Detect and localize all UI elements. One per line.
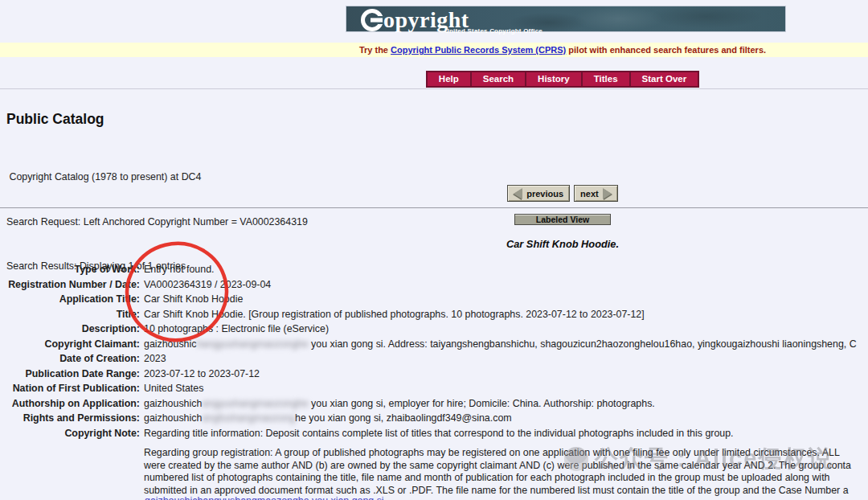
record-row: Date of Creation:2023 <box>0 351 857 367</box>
record-row: Registration Number / Date:VA0002364319 … <box>0 277 857 293</box>
nav-button-history[interactable]: History <box>526 72 581 86</box>
note-line: Regarding group registration: A group of… <box>144 447 851 460</box>
previous-arrow-icon <box>514 188 522 199</box>
nav-button-search[interactable]: Search <box>472 72 525 86</box>
next-label: next <box>580 189 599 199</box>
record-row: Copyright Note:Regarding title informati… <box>0 426 857 441</box>
record-row: Rights and Permissions:gaizhoushichangfu… <box>0 411 857 426</box>
record-title: Car Shift Knob Hoodie. <box>0 238 868 250</box>
field-value: Car Shift Knob Hoodie. [Group registrati… <box>144 307 645 322</box>
redacted-text: angyushangmaozonghe <box>202 398 308 409</box>
field-value: 2023 <box>144 351 166 367</box>
record-row: Nation of First Publication:United State… <box>0 381 857 396</box>
nav-bar: HelpSearchHistoryTitlesStart Over <box>426 71 699 88</box>
field-label: Title: <box>0 307 140 322</box>
field-value: Regarding title information: Deposit con… <box>144 426 734 441</box>
field-value: Entry not found. <box>144 262 214 277</box>
copyright-office-banner: opyright United States Copyright Office <box>346 6 786 32</box>
next-arrow-icon <box>603 188 612 199</box>
previous-label: previous <box>526 189 563 199</box>
field-label: Copyright Note: <box>0 426 140 441</box>
record-row: Title:Car Shift Knob Hoodie. [Group regi… <box>0 307 857 322</box>
field-value: gaizhoushichangfushangmaozonghe you xian… <box>144 411 512 426</box>
nav-button-start-over[interactable]: Start Over <box>631 72 698 86</box>
pager: previous next <box>0 185 868 202</box>
redacted-text: hangyushangmaozonghe <box>196 338 308 350</box>
next-button[interactable]: next <box>574 185 618 202</box>
labeled-view-row: Labeled View <box>0 214 868 225</box>
nav-button-help[interactable]: Help <box>428 72 470 86</box>
field-label: Publication Date Range: <box>0 367 140 382</box>
divider-record <box>0 207 868 208</box>
partial-name-link[interactable]: gaizhoushichangyushangmaozonghe you xian… <box>145 495 384 500</box>
record-row: Copyright Claimant:gaizhoushichangyushan… <box>0 337 857 352</box>
page-title: Public Catalog <box>6 111 104 128</box>
banner-subtitle: United States Copyright Office <box>444 27 542 35</box>
field-label: Copyright Claimant: <box>0 337 140 352</box>
notice-prefix: Try the <box>359 45 391 55</box>
field-value: VA0002364319 / 2023-09-04 <box>144 277 271 293</box>
field-label: Authorship on Application: <box>0 396 140 412</box>
field-value: gaizhoushichangyushangmaozonghe you xian… <box>144 396 655 412</box>
cprs-notice-bar: Try the Copyright Public Records System … <box>0 43 868 57</box>
field-label: Description: <box>0 322 140 337</box>
page: opyright United States Copyright Office … <box>0 0 868 500</box>
field-value: 10 photographs : Electronic file (eServi… <box>144 322 329 337</box>
record-row: Description:10 photographs : Electronic … <box>0 322 857 337</box>
redacted-text: angfushangmaozong <box>202 412 295 424</box>
field-value: Car Shift Knob Hoodie <box>144 292 243 307</box>
field-label: Rights and Permissions: <box>0 411 140 426</box>
notice-suffix: pilot with enhanced search features and … <box>566 45 766 55</box>
cprs-link[interactable]: Copyright Public Records System (CPRS) <box>391 45 566 55</box>
record-row: Publication Date Range:2023-07-12 to 202… <box>0 367 857 382</box>
record-row: Authorship on Application:gaizhoushichan… <box>0 396 857 412</box>
labeled-view-button[interactable]: Labeled View <box>514 214 611 225</box>
note-line: were created by the same author AND (b) … <box>144 460 851 473</box>
field-label: Registration Number / Date: <box>0 277 140 293</box>
nav-row: HelpSearchHistoryTitlesStart Over <box>0 71 868 88</box>
record-row: Type of Work:Entry not found. <box>0 262 857 277</box>
field-label: Nation of First Publication: <box>0 381 140 396</box>
field-value: United States <box>144 381 203 396</box>
catalog-scope-line: Copyright Catalog (1978 to present) at D… <box>6 170 308 185</box>
previous-button[interactable]: previous <box>507 185 570 202</box>
field-value: 2023-07-12 to 2023-07-12 <box>144 367 260 382</box>
field-label: Date of Creation: <box>0 351 140 367</box>
record-fields: Type of Work:Entry not found.Registratio… <box>0 262 857 441</box>
field-value: gaizhoushichangyushangmaozonghe you xian… <box>144 337 857 352</box>
field-label: Type of Work: <box>0 262 140 277</box>
field-label: Application Title: <box>0 292 140 307</box>
divider-top <box>0 88 868 89</box>
note-extra-lines: Regarding group registration: A group of… <box>144 447 851 497</box>
nav-button-titles[interactable]: Titles <box>583 72 629 86</box>
note-line: numbered list of photographs containing … <box>144 472 851 485</box>
record-row: Application Title:Car Shift Knob Hoodie <box>0 292 857 307</box>
copyright-c-logo-icon <box>359 7 387 33</box>
